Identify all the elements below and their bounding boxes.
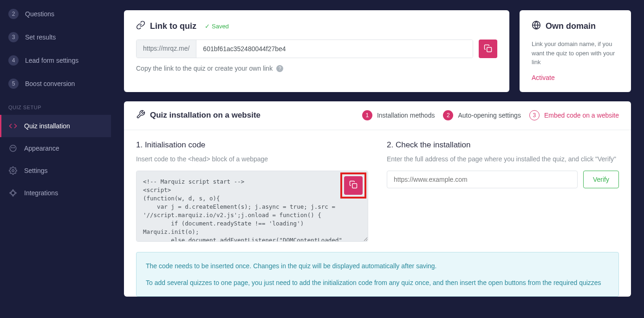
init-code-section: 1. Initialisation code Insert code to th…	[136, 140, 368, 242]
svg-point-0	[10, 145, 16, 152]
svg-rect-7	[352, 184, 357, 188]
sidebar: 2 Questions 3 Set results 4 Lead form se…	[0, 0, 111, 318]
svg-point-2	[14, 147, 15, 148]
palette-icon	[8, 144, 18, 153]
sidebar-step-questions[interactable]: 2 Questions	[0, 2, 111, 26]
init-code-textarea[interactable]: <!-- Marquiz script start --> <script> (…	[136, 171, 368, 242]
sidebar-item-label: Settings	[24, 167, 48, 174]
link-to-quiz-card: Link to quiz Saved https://mrqz.me/ Copy…	[124, 10, 509, 92]
sidebar-step-boost[interactable]: 5 Boost conversion	[0, 72, 111, 95]
puzzle-icon	[8, 188, 18, 198]
sidebar-item-label: Appearance	[24, 145, 59, 152]
link-icon	[136, 20, 145, 32]
verify-button[interactable]: Verify	[583, 171, 619, 188]
copy-code-highlight	[340, 172, 366, 199]
step-label: Boost conversion	[25, 80, 75, 87]
svg-rect-4	[487, 47, 492, 52]
step-number: 4	[8, 55, 19, 66]
section-hint: Enter the full address of the page where…	[387, 154, 619, 164]
step-label: Set results	[25, 33, 56, 41]
code-icon	[8, 121, 18, 131]
saved-badge: Saved	[205, 23, 229, 30]
domain-description: Link your domain name, if you want the q…	[532, 40, 619, 67]
step-auto-opening[interactable]: 2 Auto-opening settings	[443, 110, 520, 120]
install-notice: The code needs to be inserted once. Chan…	[136, 252, 619, 297]
own-domain-card: Own domain Link your domain name, if you…	[520, 10, 631, 92]
link-input-group: https://mrqz.me/	[136, 40, 473, 58]
step-number: 5	[8, 79, 19, 89]
install-header: Quiz installation on a website 1 Install…	[124, 101, 631, 130]
step-embed-code[interactable]: 3 Embed code on a website	[529, 110, 619, 120]
sidebar-item-label: Quiz installation	[24, 122, 70, 130]
copy-icon	[484, 44, 492, 54]
sidebar-item-label: Integrations	[24, 189, 58, 197]
activate-domain-link[interactable]: Activate	[532, 74, 555, 81]
help-icon[interactable]: ?	[276, 65, 283, 72]
copy-link-button[interactable]	[479, 40, 497, 58]
link-hint: Copy the link to the quiz or create your…	[136, 65, 497, 72]
svg-point-1	[12, 147, 13, 148]
card-title: Own domain	[532, 20, 619, 32]
verify-url-input[interactable]	[387, 171, 578, 188]
card-title: Link to quiz Saved	[136, 20, 497, 32]
section-title: 1. Initialisation code	[136, 140, 368, 150]
quiz-installation-card: Quiz installation on a website 1 Install…	[124, 101, 631, 297]
sidebar-item-integrations[interactable]: Integrations	[0, 182, 111, 204]
section-title: 2. Check the installation	[387, 140, 619, 150]
sidebar-item-appearance[interactable]: Appearance	[0, 137, 111, 159]
sidebar-section-label: QUIZ SETUP	[0, 95, 111, 115]
main-content: Link to quiz Saved https://mrqz.me/ Copy…	[111, 0, 644, 318]
step-label: Questions	[25, 10, 54, 18]
sidebar-item-settings[interactable]: Settings	[0, 159, 111, 182]
copy-code-button[interactable]	[344, 176, 363, 195]
tools-icon	[136, 110, 145, 121]
sidebar-item-quiz-installation[interactable]: Quiz installation	[0, 115, 111, 137]
sidebar-step-lead-form[interactable]: 4 Lead form settings	[0, 49, 111, 72]
link-prefix: https://mrqz.me/	[137, 40, 196, 58]
globe-icon	[532, 20, 541, 32]
gear-icon	[8, 166, 18, 175]
step-installation-methods[interactable]: 1 Installation methods	[362, 110, 435, 120]
step-number: 3	[8, 32, 19, 42]
section-hint: Insert code to the <head> block of a web…	[136, 154, 368, 164]
check-installation-section: 2. Check the installation Enter the full…	[387, 140, 619, 242]
sidebar-step-set-results[interactable]: 3 Set results	[0, 26, 111, 49]
install-title: Quiz installation on a website	[136, 110, 260, 121]
copy-icon	[349, 180, 358, 190]
svg-point-3	[12, 170, 14, 172]
quiz-slug-input[interactable]	[196, 40, 473, 58]
step-label: Lead form settings	[25, 57, 78, 64]
step-number: 2	[8, 9, 19, 19]
